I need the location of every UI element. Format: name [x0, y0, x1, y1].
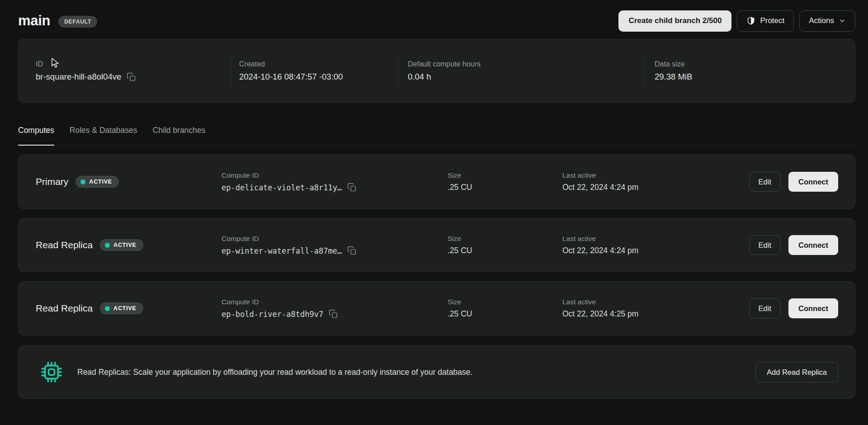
- created-field: Created 2024-10-16 08:47:57 -03:00: [239, 60, 343, 82]
- compute-name: Primary: [36, 176, 68, 187]
- edit-button[interactable]: Edit: [749, 235, 781, 255]
- create-child-branch-button[interactable]: Create child branch 2/500: [618, 10, 731, 32]
- last-active-value: Oct 22, 2024 4:25 pm: [562, 309, 638, 319]
- protect-button[interactable]: Protect: [737, 10, 794, 32]
- branch-summary-card: ID br-square-hill-a8ol04ve Created 2024-…: [18, 39, 855, 103]
- copy-icon[interactable]: [347, 246, 357, 255]
- size-value: .25 CU: [448, 309, 472, 319]
- copy-icon[interactable]: [127, 72, 136, 82]
- tab-bar: Computes Roles & Databases Child branche…: [18, 126, 855, 146]
- connect-button[interactable]: Connect: [788, 172, 838, 192]
- active-status-dot: [80, 179, 85, 184]
- compute-id-value: ep-delicate-violet-a8r11y…: [222, 183, 342, 192]
- compute-id-value: ep-bold-river-a8tdh9v7: [222, 310, 323, 319]
- page-header: main DEFAULT Create child branch 2/500 P…: [0, 0, 868, 33]
- compute-id-value: ep-winter-waterfall-a87me…: [222, 246, 342, 255]
- compute-id-column-label: Compute ID: [222, 235, 357, 243]
- compute-name: Read Replica: [36, 303, 93, 314]
- active-status-dot: [105, 243, 110, 248]
- size-value: .25 CU: [448, 246, 472, 255]
- branch-id-field: ID br-square-hill-a8ol04ve: [36, 60, 136, 82]
- data-size-label: Data size: [655, 60, 692, 68]
- status-badge-label: ACTIVE: [113, 305, 137, 312]
- compute-row-read-replica-2: Read Replica ACTIVE Compute ID ep-bold-r…: [18, 281, 855, 335]
- active-status-dot: [105, 306, 110, 311]
- last-active-column-label: Last active: [562, 235, 638, 243]
- add-read-replica-button[interactable]: Add Read Replica: [755, 362, 838, 382]
- read-replica-banner-text: Read Replicas: Scale your application by…: [77, 368, 472, 377]
- divider: [644, 54, 644, 89]
- status-badge: ACTIVE: [75, 176, 119, 188]
- compute-row-primary: Primary ACTIVE Compute ID ep-delicate-vi…: [18, 155, 855, 209]
- status-badge-label: ACTIVE: [89, 179, 112, 185]
- compute-hours-value: 0.04 h: [408, 72, 481, 82]
- edit-button[interactable]: Edit: [749, 298, 781, 318]
- compute-hours-label: Default compute hours: [408, 60, 481, 68]
- last-active-column-label: Last active: [562, 298, 638, 306]
- divider: [231, 54, 231, 89]
- last-active-value: Oct 22, 2024 4:24 pm: [562, 246, 638, 255]
- divider: [398, 54, 398, 89]
- tab-child-branches[interactable]: Child branches: [153, 126, 206, 146]
- branch-id-value: br-square-hill-a8ol04ve: [36, 72, 121, 82]
- actions-button[interactable]: Actions: [799, 10, 855, 32]
- cpu-chip-icon: [41, 362, 62, 382]
- size-column-label: Size: [448, 298, 472, 306]
- data-size-value: 29.38 MiB: [655, 72, 692, 82]
- compute-id-column-label: Compute ID: [222, 171, 357, 179]
- status-badge: ACTIVE: [100, 239, 143, 251]
- page-title: main: [18, 13, 50, 29]
- copy-icon[interactable]: [329, 309, 338, 319]
- shield-icon: [746, 16, 755, 25]
- compute-hours-field: Default compute hours 0.04 h: [408, 60, 481, 82]
- branch-id-label: ID: [36, 60, 136, 68]
- copy-icon[interactable]: [347, 183, 357, 192]
- protect-button-label: Protect: [760, 16, 784, 25]
- created-value: 2024-10-16 08:47:57 -03:00: [239, 72, 343, 82]
- actions-button-label: Actions: [809, 16, 834, 25]
- size-column-label: Size: [448, 235, 472, 243]
- size-column-label: Size: [448, 171, 472, 179]
- connect-button[interactable]: Connect: [788, 298, 838, 318]
- edit-button[interactable]: Edit: [749, 172, 781, 192]
- connect-button[interactable]: Connect: [788, 235, 838, 255]
- status-badge: ACTIVE: [100, 302, 143, 314]
- last-active-column-label: Last active: [562, 171, 638, 179]
- default-badge: DEFAULT: [58, 16, 97, 28]
- tab-computes[interactable]: Computes: [18, 126, 54, 146]
- compute-name: Read Replica: [36, 240, 93, 250]
- status-badge-label: ACTIVE: [113, 242, 137, 248]
- read-replica-banner: Read Replicas: Scale your application by…: [18, 345, 855, 399]
- size-value: .25 CU: [448, 183, 472, 192]
- chevron-down-icon: [839, 17, 846, 24]
- created-label: Created: [239, 60, 343, 68]
- compute-id-column-label: Compute ID: [222, 298, 338, 306]
- data-size-field: Data size 29.38 MiB: [655, 60, 692, 82]
- compute-row-read-replica-1: Read Replica ACTIVE Compute ID ep-winter…: [18, 218, 855, 272]
- tab-roles-databases[interactable]: Roles & Databases: [70, 126, 137, 146]
- last-active-value: Oct 22, 2024 4:24 pm: [562, 183, 638, 192]
